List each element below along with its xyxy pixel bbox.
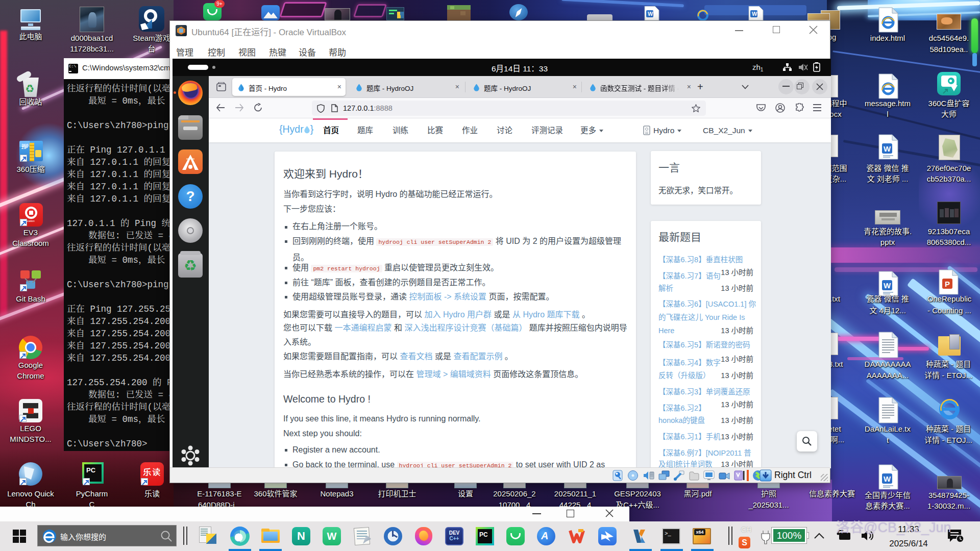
svg-text:W: W — [884, 144, 891, 153]
svg-text:W: W — [884, 474, 891, 483]
svg-text:W: W — [884, 281, 891, 290]
svg-text:W: W — [752, 11, 757, 17]
svg-text:W: W — [648, 11, 653, 17]
svg-text:P: P — [945, 280, 950, 288]
